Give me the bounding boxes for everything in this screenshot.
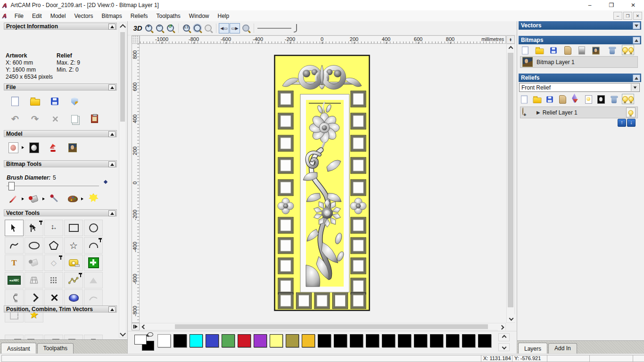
text-on-curve-tool[interactable]: ●▲ABC [5, 272, 24, 288]
flyout-arrow-icon[interactable] [42, 197, 45, 200]
scroll-down-arrow[interactable] [507, 314, 515, 322]
zoom-previous-button[interactable]: ↺ [165, 23, 175, 33]
fit-polyline-tool[interactable] [64, 272, 83, 288]
move-layer-up-button[interactable]: ↑ [618, 119, 626, 127]
toggle-bitmap-visibility-icon[interactable] [622, 45, 634, 55]
create-arc-tool[interactable] [84, 237, 103, 254]
collapse-reliefs-button[interactable] [633, 74, 640, 82]
palette-swatch-2[interactable] [190, 334, 203, 347]
palette-swatch-17[interactable] [430, 334, 443, 347]
fade-slider-handle[interactable] [293, 24, 298, 33]
offset-vector-tool[interactable]: ◇ [44, 255, 63, 271]
zoom-in-button[interactable]: + [143, 23, 154, 33]
mdi-restore-button[interactable]: ❐ [623, 12, 632, 20]
minimize-button[interactable]: – [579, 0, 601, 10]
zoom-fit-button[interactable] [192, 23, 202, 33]
menu-model[interactable]: Model [46, 11, 70, 21]
scroll-up-arrow[interactable] [507, 44, 514, 52]
palette-swatch-18[interactable] [446, 334, 459, 347]
collapse-section-button[interactable] [108, 306, 116, 313]
node-editing-tool[interactable] [25, 220, 43, 236]
fade-slider-track[interactable] [257, 28, 291, 29]
menu-help[interactable]: Help [214, 11, 234, 21]
palette-swatch-5[interactable] [238, 334, 251, 347]
collapse-section-button[interactable] [108, 161, 116, 167]
sharpen-corners-tool[interactable] [25, 289, 43, 306]
relief-select-combo[interactable]: Front Relief [519, 83, 640, 92]
bitmap-layer-row[interactable]: Bitmap Layer 1 [520, 56, 638, 68]
create-text-tool[interactable]: T [5, 255, 24, 271]
load-image-icon[interactable] [65, 140, 80, 155]
create-ellipse-tool[interactable] [25, 237, 43, 254]
create-circle-tool[interactable] [84, 220, 103, 236]
new-model-icon[interactable] [8, 94, 23, 108]
flyout-arrow-icon[interactable] [22, 146, 24, 149]
measure-tool[interactable] [64, 255, 83, 271]
primary-colour-swatch[interactable] [134, 335, 147, 345]
scroll-right-arrow[interactable] [498, 324, 505, 330]
palette-swatch-0[interactable] [157, 334, 171, 347]
scrollbar-thumb[interactable] [175, 324, 488, 329]
palette-swatch-3[interactable] [206, 334, 219, 347]
menu-window[interactable]: Window [185, 11, 214, 21]
pan-mode-button[interactable] [132, 323, 140, 330]
assistant-scrollbar[interactable] [119, 23, 126, 337]
palette-swatch-14[interactable] [382, 334, 395, 347]
palette-swatch-11[interactable] [334, 334, 347, 347]
palette-scroll-up[interactable] [498, 333, 510, 341]
preview-relief-button[interactable] [240, 23, 251, 33]
undo-icon[interactable]: ↶ [8, 112, 23, 126]
menu-edit[interactable]: Edit [28, 11, 46, 21]
menu-vectors[interactable]: Vectors [70, 11, 97, 21]
set-model-size-icon[interactable] [6, 140, 21, 155]
flood-fill-splat-icon[interactable] [86, 191, 101, 205]
scroll-left-arrow[interactable] [140, 323, 148, 330]
palette-scroll-down[interactable] [498, 343, 510, 351]
palette-swatch-13[interactable] [366, 334, 379, 347]
brush-slider-track[interactable] [7, 186, 99, 186]
collapse-bitmaps-button[interactable] [633, 37, 640, 44]
adjust-model-icon[interactable] [26, 140, 41, 155]
palette-swatch-8[interactable] [286, 334, 299, 347]
palette-swatch-12[interactable] [350, 334, 363, 347]
menu-bitmaps[interactable]: Bitmaps [97, 11, 126, 21]
create-star-tool[interactable]: ☆ [64, 237, 83, 254]
menu-toolpaths[interactable]: Toolpaths [152, 11, 184, 21]
pick-colour-icon[interactable] [47, 192, 62, 206]
palette-swatch-7[interactable] [270, 334, 283, 347]
flood-fill-icon[interactable] [26, 192, 41, 206]
collapse-section-button[interactable] [108, 131, 116, 137]
flyout-arrow-icon[interactable] [81, 197, 83, 200]
palette-swatch-16[interactable] [414, 334, 427, 347]
preview-layer-icon[interactable] [582, 94, 594, 105]
create-polyline-tool[interactable] [5, 237, 24, 254]
mdi-close-button[interactable]: ✕ [633, 12, 642, 20]
copy-image-layer-icon[interactable] [590, 45, 602, 56]
relief-visibility-bulb-icon[interactable] [626, 107, 636, 117]
palette-swatch-6[interactable] [254, 334, 267, 347]
tab-layers[interactable]: Layers [518, 343, 547, 354]
zoom-out-button[interactable]: – [154, 23, 165, 33]
tab-add-in[interactable]: Add In [548, 343, 577, 354]
delete-bitmap-layer-icon[interactable] [606, 45, 618, 56]
palette-swatch-15[interactable] [398, 334, 411, 347]
tab-assistant[interactable]: Assistant [1, 343, 36, 354]
transform-vectors-tool[interactable]: ↔↔ [44, 220, 63, 236]
collapse-section-button[interactable] [108, 84, 116, 90]
vertical-scrollbar[interactable] [506, 44, 515, 323]
colour-palette-icon[interactable] [65, 192, 80, 206]
palette-swatch-10[interactable] [318, 334, 331, 347]
paste-along-curve-tool[interactable] [44, 272, 63, 288]
select-vectors-tool[interactable] [5, 220, 24, 236]
scrollbar-thumb[interactable] [120, 32, 125, 122]
toggle-relief-visibility-icon[interactable] [622, 94, 634, 104]
block-copy-rotate-tool[interactable] [84, 255, 103, 271]
new-relief-layer-icon[interactable] [518, 94, 530, 105]
envelope-distort-tool[interactable] [25, 272, 43, 288]
toggle-bitmap-right-button[interactable]: ▭▶ [230, 23, 240, 33]
relief-parchment-icon[interactable] [556, 94, 569, 105]
close-button[interactable]: ✕ [622, 0, 644, 10]
copy-icon[interactable] [67, 112, 82, 126]
palette-swatch-19[interactable] [462, 334, 475, 347]
move-layer-down-button[interactable]: ↓ [627, 119, 636, 127]
